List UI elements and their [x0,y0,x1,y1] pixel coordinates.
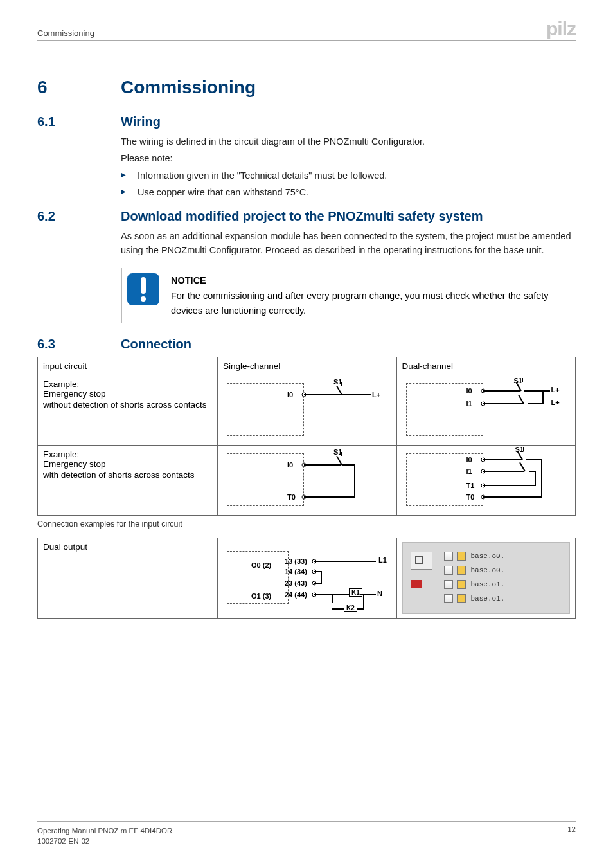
checkbox-icon [444,580,453,589]
config-label: base.o1. [471,581,505,588]
subsection-heading: 6.2 Download modified project to the PNO… [37,209,576,224]
running-head: Commissioning [37,28,94,38]
table-header: Single-channel [218,357,397,375]
table-cell: Example: Emergency stop without detectio… [38,375,218,446]
table-header: Dual-channel [396,357,576,375]
section-title: Commissioning [121,77,256,98]
page-footer: Operating Manual PNOZ m EF 4DI4DOR 10027… [37,821,576,846]
notice-icon [127,273,159,305]
config-label: base.o0. [471,552,505,560]
module-icon [411,580,422,588]
dual-output-table: Dual output O0 (2) O1 (3) 13 (33) 14 (34… [37,538,576,619]
config-label: base.o0. [471,566,505,574]
table-cell: Dual output [38,538,218,619]
table-cell-diagram: I0 I1 T1 T0 [396,446,576,516]
notice-box: NOTICE For the commissioning and after e… [121,268,576,323]
subsection-title: Connection [121,337,191,352]
footer-docid: 1002702-EN-02 [37,836,172,846]
subsection-heading: 6.1 Wiring [37,114,576,129]
subsection-number: 6.2 [37,209,121,224]
input-circuit-table: input circuit Single-channel Dual-channe… [37,357,576,516]
table-caption: Connection examples for the input circui… [37,520,576,529]
brand-logo: pilz [546,18,576,40]
config-label: base.o1. [471,595,505,602]
output-icon [457,580,466,589]
list-item: Use copper wire that can withstand 75°C. [121,185,576,199]
footer-title: Operating Manual PNOZ m EF 4DI4DOR [37,826,172,836]
paragraph: Please note: [121,151,576,165]
subsection-number: 6.1 [37,114,121,129]
page-number: 12 [567,826,576,846]
subsection-heading: 6.3 Connection [37,337,576,352]
list-item: Information given in the "Technical deta… [121,168,576,183]
section-number: 6 [37,77,121,98]
notice-text: For the commissioning and after every pr… [171,289,568,318]
checkbox-icon [444,566,453,575]
section-heading: 6 Commissioning [37,77,576,98]
table-cell-diagram: O0 (2) O1 (3) 13 (33) 14 (34) 23 (43) 24… [218,538,397,619]
subsection-title: Wiring [121,114,161,129]
output-icon [457,566,466,575]
table-cell-diagram: I0 S1 L+ [218,375,397,446]
table-cell-diagram: I0 T0 S1 [218,446,397,516]
table-cell-config: base.o0. base.o0. base.o1. base.o1. [396,538,576,619]
output-icon [457,552,466,561]
checkbox-icon [444,594,453,603]
subsection-number: 6.3 [37,337,121,352]
output-icon [457,594,466,603]
header-rule [37,40,576,41]
subsection-title: Download modified project to the PNOZmul… [121,209,483,224]
notice-caption: NOTICE [171,273,568,287]
table-cell: Example: Emergency stop with detection o… [38,446,218,516]
table-cell-diagram: I0 I1 S1 [396,375,576,446]
paragraph: As soon as an additional expansion modul… [121,229,576,258]
module-icon [411,552,432,570]
table-header: input circuit [38,357,218,375]
paragraph: The wiring is defined in the circuit dia… [121,134,576,149]
checkbox-icon [444,552,453,561]
